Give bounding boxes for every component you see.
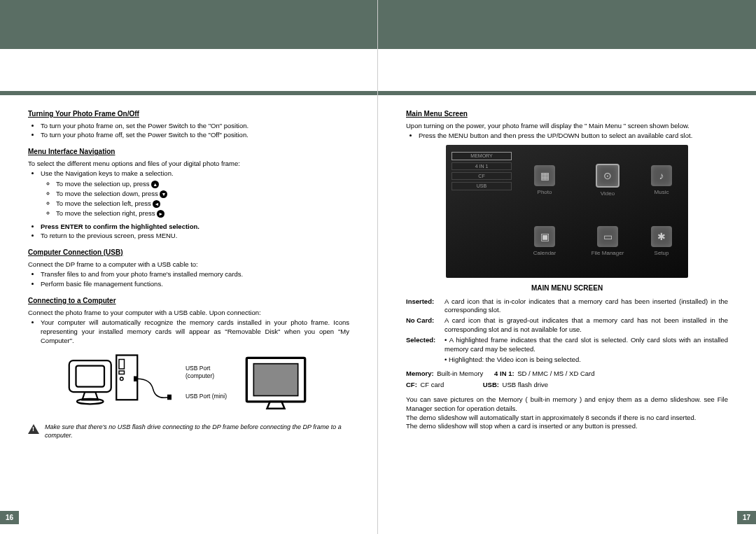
list-item: Use the Navigation keys to make a select… xyxy=(41,169,349,178)
menu-calendar: ▣Calendar xyxy=(514,213,575,271)
menu-file-manager: ▭File Manager xyxy=(578,213,638,271)
svg-point-6 xyxy=(120,377,123,381)
list-item: To move the selection up, press ▲ xyxy=(56,180,349,189)
section-heading: Menu Interface Navigation xyxy=(28,147,349,157)
card-status-table: Inserted:A card icon that is in-color in… xyxy=(406,297,728,365)
list-item: To move the selection right, press ► xyxy=(56,209,349,218)
video-icon: ⊙ xyxy=(596,164,620,188)
list-item: Press ENTER to confirm the highlighted s… xyxy=(41,223,349,232)
svg-rect-1 xyxy=(76,365,104,386)
photoframe-illustration xyxy=(241,352,311,413)
slot-cf: CF xyxy=(451,172,512,180)
body-text: You can save pictures on the Memory ( bu… xyxy=(406,395,728,414)
page-title: GETTING STARTED xyxy=(490,61,644,79)
slot-memory: MEMORY xyxy=(451,152,512,160)
list-item: To turn your photo frame off, set the Po… xyxy=(41,131,349,140)
header-block: GETTING STARTED xyxy=(0,0,377,95)
down-icon: ▼ xyxy=(160,190,167,198)
section-heading: Main Menu Screen xyxy=(406,109,728,119)
memory-types: Memory: Built-in Memory 4 IN 1: SD / MMC… xyxy=(406,370,728,379)
page-title-band: GETTING STARTED xyxy=(378,49,756,91)
page-17: GETTING STARTED Main Menu Screen Upon tu… xyxy=(378,0,756,534)
body-text: The demo slideshow will automatically st… xyxy=(406,414,728,423)
warning-icon xyxy=(28,424,39,434)
list-item: To turn your photo frame on, set the Pow… xyxy=(41,122,349,131)
svg-rect-4 xyxy=(119,359,125,369)
list-item: To move the selection down, press ▼ xyxy=(56,190,349,199)
list-item: Perform basic file management functions. xyxy=(41,280,349,289)
svg-rect-10 xyxy=(253,364,298,396)
warning-note: Make sure that there's no USB flash driv… xyxy=(28,423,349,440)
table-value: A highlighted frame indicates that the c… xyxy=(444,336,728,354)
computer-illustration xyxy=(66,350,172,416)
page-16: GETTING STARTED Turning Your Photo Frame… xyxy=(0,0,378,534)
body-text: Upon turning on the power, your photo fr… xyxy=(406,122,728,131)
table-key: Selected: xyxy=(406,336,444,354)
section-heading: Computer Connection (USB) xyxy=(28,248,349,258)
gear-icon: ✱ xyxy=(651,226,672,247)
slot-4in1: 4 IN 1 xyxy=(451,162,512,170)
memory-types: CF: CF card USB: USB flash drive xyxy=(406,381,728,390)
list-item: Press the MENU button and then press the… xyxy=(419,132,728,141)
table-key: No Card: xyxy=(406,316,444,335)
svg-rect-8 xyxy=(167,395,172,400)
list-item: Your computer will automatically recogni… xyxy=(41,318,349,345)
label-usb-port-mini: USB Port (mini) xyxy=(186,393,227,400)
port-labels: USB Port(computer) USB Port (mini) xyxy=(186,365,227,401)
section-heading: Turning Your Photo Frame On/Off xyxy=(28,109,349,119)
table-key: Inserted: xyxy=(406,297,444,316)
svg-point-2 xyxy=(77,399,104,405)
page-number: 17 xyxy=(737,511,756,524)
page-number: 16 xyxy=(0,511,19,524)
table-value: A card icon that is grayed-out indicates… xyxy=(444,316,728,335)
list-item: Transfer files to and from your photo fr… xyxy=(41,270,349,279)
page-title: GETTING STARTED xyxy=(112,61,266,79)
menu-setup: ✱Setup xyxy=(640,213,682,271)
slot-usb: USB xyxy=(451,182,512,190)
list-item: To move the selection left, press ◄ xyxy=(56,199,349,209)
figure-caption: MAIN MENU SCREEN xyxy=(406,283,728,293)
page-title-band: GETTING STARTED xyxy=(0,49,377,91)
left-icon: ◄ xyxy=(153,200,160,208)
section-heading: Connecting to a Computer xyxy=(28,296,349,306)
label-usb-port-computer: USB Port(computer) xyxy=(186,365,227,381)
note-text: Make sure that there's no USB flash driv… xyxy=(45,423,349,440)
body-text: To select the different menu options and… xyxy=(28,160,349,169)
body-text: Connect the photo frame to your computer… xyxy=(28,309,349,318)
connection-figure: USB Port(computer) USB Port (mini) xyxy=(28,350,349,416)
calendar-icon: ▣ xyxy=(534,226,555,247)
svg-rect-5 xyxy=(119,371,125,374)
music-icon: ♪ xyxy=(651,165,672,186)
folder-icon: ▭ xyxy=(597,226,618,247)
table-value: Highlighted: the Video icon is being sel… xyxy=(444,356,728,365)
list-item: To return to the previous screen, press … xyxy=(41,232,349,241)
main-menu-screenshot: ▦Photo ⊙Video ♪Music MEMORY 4 IN 1 CF US… xyxy=(446,145,688,278)
header-block: GETTING STARTED xyxy=(378,0,756,95)
menu-photo: ▦Photo xyxy=(514,152,575,210)
body-text: Connect the DP frame to a computer with … xyxy=(28,260,349,269)
right-icon: ► xyxy=(157,210,164,218)
menu-music: ♪Music xyxy=(640,152,682,210)
up-icon: ▲ xyxy=(151,181,159,188)
table-value: A card icon that is in-color indicates t… xyxy=(444,297,728,316)
photo-icon: ▦ xyxy=(534,165,555,186)
manual-spread: GETTING STARTED Turning Your Photo Frame… xyxy=(0,0,756,534)
menu-video: ⊙Video xyxy=(578,152,638,210)
svg-rect-7 xyxy=(134,376,138,381)
body-text: The demo slideshow will stop when a card… xyxy=(406,422,728,431)
